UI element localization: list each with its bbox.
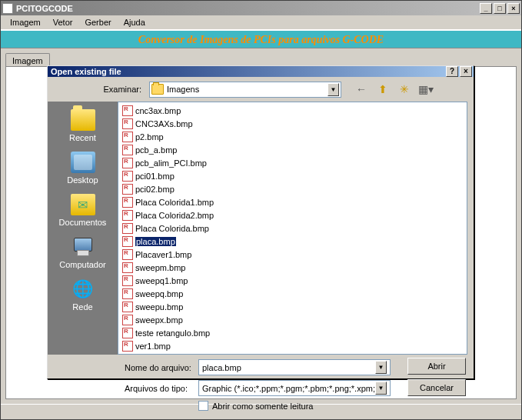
place-documents[interactable]: Documentos [52, 191, 114, 230]
file-name: sweepq.bmp [135, 289, 183, 298]
bmp-file-icon [121, 301, 134, 313]
file-name: sweepm.bmp [135, 263, 185, 272]
app-title: PCITOGCODE [16, 4, 480, 13]
filter-combo[interactable]: Graphic (*.ico;*.ppm;*.pgm;*.pbm;*.png;*… [198, 380, 391, 396]
place-desktop[interactable]: Desktop [52, 148, 114, 188]
file-item[interactable]: Placaver1.bmp [120, 248, 220, 261]
file-name: sweepq1.bmp [135, 276, 188, 285]
close-button[interactable]: × [507, 3, 520, 14]
file-name: p2.bmp [135, 132, 164, 142]
computer-icon [71, 236, 95, 258]
lookin-value: Imagens [167, 85, 327, 94]
banner: Conversor de Imagens de PCIs para arquiv… [1, 30, 521, 48]
file-item[interactable]: ver1.bmp [120, 339, 220, 352]
menu-imagem[interactable]: Imagem [4, 16, 47, 28]
back-icon[interactable]: ← [354, 82, 369, 97]
file-item[interactable]: Placa Colorida.bmp [120, 222, 220, 235]
file-name: placa.bmp [135, 237, 176, 246]
bmp-file-icon [121, 131, 134, 143]
file-item[interactable]: CNC3AXs.bmp [120, 117, 220, 130]
bmp-file-icon [121, 248, 134, 261]
file-name: Placaver1.bmp [135, 250, 191, 259]
place-network[interactable]: Rede [52, 275, 114, 315]
dialog-close-button[interactable]: × [460, 66, 472, 77]
file-name: Placa Colorida.bmp [135, 224, 209, 233]
menu-gerber[interactable]: Gerber [78, 16, 117, 28]
documents-icon [71, 194, 95, 215]
up-folder-icon[interactable]: ⬆ [375, 82, 391, 97]
file-item[interactable]: sweepx.bmp [120, 313, 220, 326]
minimize-button[interactable]: _ [480, 3, 492, 14]
bmp-file-icon [121, 170, 134, 182]
lookin-combo[interactable]: Imagens ▼ [149, 82, 341, 98]
bmp-file-icon [121, 262, 134, 274]
menubar: Imagem Vetor Gerber Ajuda [1, 15, 521, 30]
dialog-help-button[interactable]: ? [446, 66, 458, 77]
file-item[interactable]: sweepq.bmp [120, 287, 220, 300]
file-list[interactable]: cnc3ax.bmpCNC3AXs.bmpp2.bmppcb_a.bmppcb_… [118, 102, 467, 355]
bmp-file-icon [121, 209, 134, 222]
dialog-title: Open existing file [49, 67, 444, 76]
cancel-button[interactable]: Cancelar [407, 379, 466, 396]
bmp-file-icon [121, 222, 134, 235]
file-name: sweepx.bmp [135, 315, 183, 325]
file-item[interactable]: sweepq1.bmp [120, 274, 220, 287]
bmp-file-icon [121, 275, 134, 287]
file-item[interactable]: teste retangulo.bmp [120, 326, 220, 339]
chevron-down-icon[interactable]: ▼ [375, 361, 387, 374]
bmp-file-icon [121, 196, 134, 208]
new-folder-icon[interactable]: ✳ [397, 82, 412, 97]
maximize-button[interactable]: □ [494, 3, 506, 14]
menu-vetor[interactable]: Vetor [47, 16, 79, 28]
bmp-file-icon [121, 183, 134, 195]
file-name: pci01.bmp [135, 172, 175, 181]
file-item[interactable]: Placa Colorida2.bmp [120, 208, 220, 222]
bmp-file-icon [121, 235, 134, 248]
readonly-checkbox[interactable] [198, 401, 208, 411]
bmp-file-icon [121, 144, 134, 156]
bmp-file-icon [121, 327, 134, 339]
bmp-file-icon [121, 340, 134, 352]
file-item[interactable]: cnc3ax.bmp [120, 104, 220, 117]
app-icon [2, 3, 13, 14]
file-name: pcb_a.bmp [135, 145, 177, 155]
places-bar: Recent Desktop Documentos Computador Red… [48, 102, 118, 355]
main-titlebar: PCITOGCODE _ □ × [1, 1, 521, 15]
file-item[interactable]: pci02.bmp [120, 182, 220, 195]
file-name: CNC3AXs.bmp [135, 119, 193, 128]
file-item[interactable]: sweepu.bmp [120, 300, 220, 313]
file-item[interactable]: placa.bmp [120, 235, 220, 248]
lookin-label: Examinar: [54, 85, 146, 94]
file-name: teste retangulo.bmp [135, 328, 210, 338]
bmp-file-icon [121, 105, 134, 117]
file-item[interactable]: pci01.bmp [120, 169, 220, 182]
file-name: pcb_alim_PCI.bmp [135, 158, 207, 168]
chevron-down-icon[interactable]: ▼ [375, 382, 387, 395]
network-icon [71, 278, 95, 300]
readonly-label: Abrir como somente leitura [212, 402, 313, 411]
file-name: ver1.bmp [135, 342, 171, 351]
filename-label: Nome do arquivo: [125, 363, 198, 372]
chevron-down-icon[interactable]: ▼ [327, 83, 339, 96]
file-name: sweepu.bmp [135, 302, 183, 312]
file-item[interactable]: pcb_a.bmp [120, 143, 220, 156]
filter-label: Arquivos do tipo: [125, 384, 198, 393]
file-name: cnc3ax.bmp [135, 106, 181, 115]
filename-input[interactable]: placa.bmp ▼ [198, 359, 391, 375]
file-item[interactable]: sweepm.bmp [120, 261, 220, 274]
dialog-titlebar: Open existing file ? × [48, 66, 474, 77]
file-item[interactable]: pcb_alim_PCI.bmp [120, 156, 220, 169]
menu-ajuda[interactable]: Ajuda [118, 16, 151, 28]
file-name: Placa Colorida2.bmp [135, 211, 214, 220]
bmp-file-icon [121, 157, 134, 169]
place-computer[interactable]: Computador [52, 233, 114, 272]
file-item[interactable]: Placa Colorida1.bmp [120, 195, 220, 208]
file-item[interactable]: p2.bmp [120, 130, 220, 143]
bmp-file-icon [121, 118, 134, 130]
open-file-dialog: Open existing file ? × Examinar: Imagens… [47, 65, 474, 379]
desktop-icon [71, 152, 95, 173]
open-button[interactable]: Abrir [407, 358, 466, 375]
view-menu-icon[interactable]: ▦▾ [418, 82, 434, 97]
place-recent[interactable]: Recent [52, 106, 114, 145]
folder-icon [71, 109, 95, 131]
